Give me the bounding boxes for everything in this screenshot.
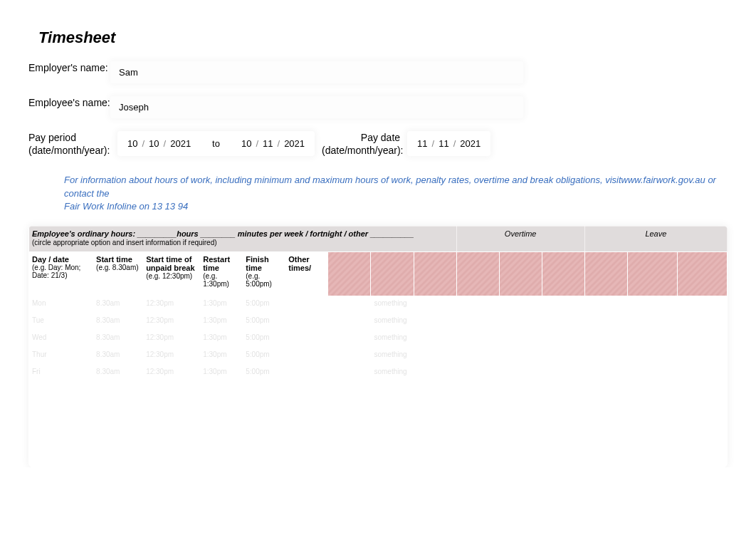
paydate-year: 2021 bbox=[460, 138, 481, 149]
col-blank bbox=[414, 251, 456, 296]
table-body: Mon8.30am12:30pm1:30pm5:00pmsomething Tu… bbox=[29, 296, 728, 467]
col-blank bbox=[371, 251, 414, 296]
employee-row: Employee's name: Joseph bbox=[28, 96, 728, 118]
overtime-header: Overtime bbox=[456, 226, 584, 251]
pay-period-box: 10 / 10 / 2021 to 10 / 11 / 2021 bbox=[117, 131, 315, 156]
info-text-1: For information about hours of work, inc… bbox=[64, 175, 621, 185]
col-overtime-1 bbox=[456, 251, 499, 296]
period-from[interactable]: 10 / 10 / 2021 bbox=[127, 138, 191, 149]
table-row bbox=[29, 415, 728, 432]
col-other: Other times/ bbox=[285, 251, 328, 296]
table-row: Mon8.30am12:30pm1:30pm5:00pmsomething bbox=[29, 296, 728, 313]
sep: / bbox=[256, 138, 258, 149]
timesheet-table: Employee's ordinary hours: _________hour… bbox=[28, 226, 728, 467]
employer-row: Employer's name: Sam bbox=[28, 61, 728, 83]
table-header-row-1: Employee's ordinary hours: _________hour… bbox=[29, 226, 728, 251]
employer-input[interactable]: Sam bbox=[110, 61, 523, 83]
sep: / bbox=[164, 138, 167, 149]
col-leave-3 bbox=[677, 251, 727, 296]
to-label: to bbox=[212, 138, 220, 149]
ordinary-hours-header: Employee's ordinary hours: _________hour… bbox=[29, 226, 457, 251]
leave-header: Leave bbox=[584, 226, 727, 251]
paydate-month: 11 bbox=[439, 138, 448, 149]
employer-label: Employer's name: bbox=[28, 61, 110, 74]
col-restart: Restart time(e.g. 1:30pm) bbox=[200, 251, 243, 296]
pay-date-box[interactable]: 11 / 11 / 2021 bbox=[407, 131, 490, 156]
table-header-row-2: Day / date(e.g. Day: Mon; Date: 21/3) St… bbox=[29, 251, 728, 296]
timesheet-table-wrap: Employee's ordinary hours: _________hour… bbox=[28, 226, 728, 467]
from-year: 2021 bbox=[170, 138, 191, 149]
col-overtime-3 bbox=[542, 251, 584, 296]
employee-label: Employee's name: bbox=[28, 96, 110, 109]
pay-period-label: Pay period (date/month/year): bbox=[28, 131, 110, 157]
sep: / bbox=[432, 138, 435, 149]
sep: / bbox=[278, 138, 280, 149]
col-break-start: Start time of unpaid break(e.g. 12:30pm) bbox=[143, 251, 200, 296]
fairwork-link[interactable]: www.fairwork.gov.au bbox=[621, 175, 705, 185]
col-leave-2 bbox=[627, 251, 677, 296]
page-title: Timesheet bbox=[38, 28, 728, 47]
table-row: Fri8.30am12:30pm1:30pm5:00pmsomething bbox=[29, 364, 728, 381]
table-row: Tue8.30am12:30pm1:30pm5:00pmsomething bbox=[29, 313, 728, 330]
sep: / bbox=[142, 138, 145, 149]
to-day: 10 bbox=[241, 138, 251, 149]
table-row bbox=[29, 432, 728, 450]
table-row bbox=[29, 381, 728, 398]
to-month: 11 bbox=[263, 138, 273, 149]
table-row: Thur8.30am12:30pm1:30pm5:00pmsomething bbox=[29, 347, 728, 364]
col-overtime-2 bbox=[499, 251, 542, 296]
paydate-day: 11 bbox=[417, 138, 427, 149]
employee-input[interactable]: Joseph bbox=[110, 96, 523, 118]
info-text-3: Fair Work Infoline on 13 13 94 bbox=[64, 201, 188, 212]
period-row: Pay period (date/month/year): 10 / 10 / … bbox=[28, 131, 728, 157]
col-leave-1 bbox=[584, 251, 627, 296]
col-start: Start time(e.g. 8.30am) bbox=[93, 251, 143, 296]
period-to[interactable]: 10 / 11 / 2021 bbox=[241, 138, 305, 149]
sep: / bbox=[453, 138, 456, 149]
table-row bbox=[29, 398, 728, 415]
pay-date-label: Pay date (date/month/year): bbox=[322, 131, 400, 157]
from-month: 10 bbox=[149, 138, 159, 149]
col-day-date: Day / date(e.g. Day: Mon; Date: 21/3) bbox=[29, 251, 93, 296]
col-blank bbox=[328, 251, 371, 296]
to-year: 2021 bbox=[284, 138, 305, 149]
table-row bbox=[29, 450, 728, 467]
from-day: 10 bbox=[127, 138, 137, 149]
info-box: For information about hours of work, inc… bbox=[64, 170, 728, 217]
col-finish: Finish time(e.g. 5:00pm) bbox=[243, 251, 285, 296]
table-row: Wed8.30am12:30pm1:30pm5:00pmsomething bbox=[29, 330, 728, 347]
